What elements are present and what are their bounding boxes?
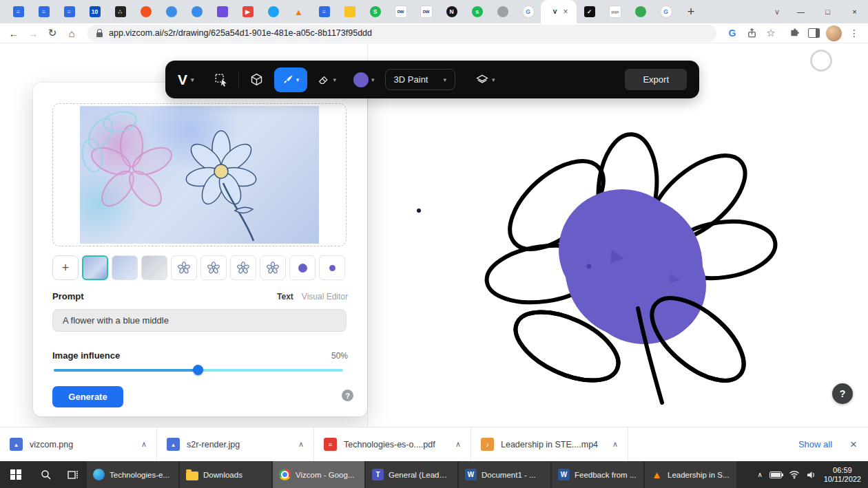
generate-button[interactable]: Generate	[52, 386, 123, 407]
browser-tab[interactable]: ×	[158, 0, 184, 23]
prompt-input[interactable]	[52, 309, 347, 332]
browser-tab[interactable]: ×	[628, 0, 653, 23]
taskbar-app[interactable]: W Feedback from ...	[552, 461, 643, 488]
download-menu-chevron[interactable]: ∧	[298, 440, 304, 449]
browser-tab[interactable]: G ×	[653, 0, 679, 23]
browser-tab[interactable]: ×	[209, 0, 235, 23]
window-close-button[interactable]: ×	[841, 0, 868, 23]
browser-tab[interactable]: 10 ×	[82, 0, 107, 23]
add-reference-button[interactable]: +	[52, 255, 79, 280]
generation-thumbnail[interactable]	[200, 255, 227, 280]
new-tab-button[interactable]: +	[681, 2, 701, 21]
side-panel-icon[interactable]	[805, 24, 823, 42]
influence-slider[interactable]	[54, 364, 343, 376]
browser-tab[interactable]: s ×	[464, 0, 490, 23]
taskbar-app[interactable]: W Document1 - ...	[459, 461, 550, 488]
help-button[interactable]: ?	[832, 383, 853, 404]
tab-text[interactable]: Text	[277, 292, 293, 301]
tab-favicon	[141, 6, 152, 17]
browser-tab[interactable]: ✓ ×	[577, 0, 602, 23]
browser-tab[interactable]: ≡ ×	[311, 0, 337, 23]
eraser-tool-button[interactable]: ▾	[318, 73, 337, 86]
browser-tab[interactable]: ≡ ×	[6, 0, 31, 23]
browser-tab[interactable]: ×	[490, 0, 515, 23]
bookmark-star-icon[interactable]: ☆	[762, 24, 780, 42]
wifi-icon[interactable]	[789, 470, 800, 479]
generation-thumbnail[interactable]	[319, 255, 345, 280]
browser-tab[interactable]: ×	[133, 0, 158, 23]
paint-mode-select[interactable]: 3D Paint ▾	[385, 69, 455, 90]
tray-expand-icon[interactable]: ∧	[757, 471, 762, 478]
influence-slider-handle[interactable]	[193, 365, 203, 375]
generation-thumbnail[interactable]	[112, 255, 138, 280]
clock[interactable]: 06:59 10/11/2022	[824, 466, 861, 484]
browser-tab[interactable]: G ×	[515, 0, 541, 23]
generation-thumbnail[interactable]	[171, 255, 197, 280]
browser-tab[interactable]: S ×	[362, 0, 388, 23]
downloads-close-button[interactable]: ×	[850, 438, 857, 452]
extensions-icon[interactable]	[785, 24, 803, 42]
drawing-canvas[interactable]	[367, 43, 868, 427]
battery-icon[interactable]	[769, 471, 782, 478]
taskbar-app[interactable]: Vizcom - Goog...	[273, 461, 364, 488]
brush-tool-button[interactable]: ▾	[274, 67, 307, 92]
google-account-icon[interactable]: G	[723, 24, 741, 42]
browser-tab[interactable]: giga ×	[602, 0, 628, 23]
browser-tab[interactable]: ∴ ×	[107, 0, 133, 23]
download-item[interactable]: ≡ Technologies-es-o....pdf ∧	[314, 427, 471, 461]
home-button[interactable]: ⌂	[63, 24, 81, 42]
taskbar-app[interactable]: T General (Leader...	[366, 461, 457, 488]
export-button[interactable]: Export	[625, 69, 687, 90]
panel-help-button[interactable]: ?	[342, 390, 353, 401]
download-item[interactable]: ▴ s2r-render.jpg ∧	[157, 427, 314, 461]
browser-tab[interactable]: ≡ ×	[31, 0, 56, 23]
tab-close-icon[interactable]: ×	[563, 7, 568, 17]
share-icon[interactable]	[743, 24, 761, 42]
generation-thumbnail[interactable]	[82, 255, 108, 280]
download-item[interactable]: ♪ Leadership in STE....mp4 ∧	[471, 427, 628, 461]
browser-tab[interactable]: ▲ ×	[286, 0, 311, 23]
volume-icon[interactable]	[807, 471, 817, 479]
generation-thumbnail[interactable]	[260, 255, 286, 280]
tab-search-button[interactable]: ∨	[767, 2, 787, 21]
browser-tab[interactable]: DW ×	[413, 0, 439, 23]
preview-dropzone[interactable]	[52, 103, 347, 246]
window-maximize-button[interactable]: □	[814, 0, 841, 23]
select-tool-button[interactable]	[214, 73, 228, 87]
vizcom-logo-button[interactable]: V ▾	[178, 72, 194, 88]
profile-avatar[interactable]	[826, 25, 842, 41]
tab-favicon: ∴	[115, 6, 126, 17]
browser-tab[interactable]: N ×	[439, 0, 464, 23]
3d-tool-button[interactable]	[249, 72, 264, 87]
taskbar-app[interactable]: Technologies-e...	[87, 461, 178, 488]
generation-thumbnail[interactable]	[230, 255, 256, 280]
download-item[interactable]: ▴ vizcom.png ∧	[0, 427, 157, 461]
download-menu-chevron[interactable]: ∧	[612, 440, 618, 449]
tab-visual-editor[interactable]: Visual Editor	[302, 292, 348, 301]
browser-tab[interactable]: ×	[184, 0, 209, 23]
browser-tab[interactable]: ≡ ×	[56, 0, 82, 23]
show-all-button[interactable]: Show all	[798, 439, 832, 449]
reload-button[interactable]: ↻	[43, 24, 61, 42]
browser-tab[interactable]: DW ×	[388, 0, 413, 23]
browser-tab[interactable]: ×	[337, 0, 362, 23]
window-minimize-button[interactable]: —	[787, 0, 814, 23]
layers-button[interactable]: ▾	[475, 73, 495, 87]
back-button[interactable]: ←	[5, 24, 23, 42]
taskbar-search-button[interactable]	[32, 461, 59, 488]
taskbar-app[interactable]: ▲ Leadership in S...	[645, 461, 736, 488]
browser-tab[interactable]: ×	[260, 0, 286, 23]
generation-thumbnail[interactable]	[141, 255, 167, 280]
browser-menu-button[interactable]: ⋮	[845, 24, 863, 42]
start-button[interactable]	[0, 461, 32, 488]
task-view-button[interactable]	[59, 461, 87, 488]
download-menu-chevron[interactable]: ∧	[455, 440, 461, 449]
color-swatch-button[interactable]: ▾	[353, 72, 375, 87]
download-menu-chevron[interactable]: ∧	[141, 440, 147, 449]
generation-thumbnail[interactable]	[289, 255, 316, 280]
browser-tab[interactable]: V ×	[541, 0, 577, 23]
browser-tab[interactable]: ▶ ×	[235, 0, 260, 23]
taskbar-app[interactable]: Downloads	[180, 461, 271, 488]
omnibox[interactable]: app.vizcom.ai/s2r/drawing/625a54d1-901e-…	[87, 25, 716, 42]
forward-button[interactable]: →	[24, 24, 42, 42]
